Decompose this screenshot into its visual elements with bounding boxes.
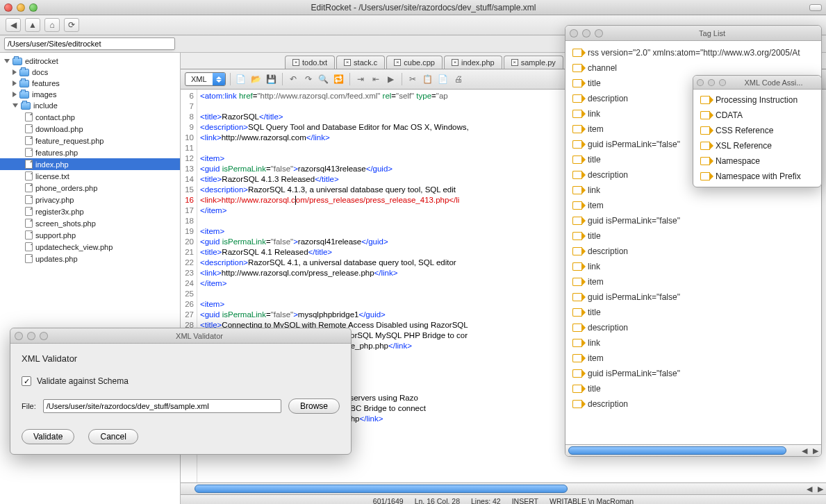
assist-item[interactable]: XSL Reference xyxy=(693,138,821,153)
tag-list-item[interactable]: title xyxy=(565,381,821,396)
assist-item[interactable]: CSS Reference xyxy=(693,123,821,138)
assist-item[interactable]: Processing Instruction xyxy=(693,92,821,108)
tag-list-item[interactable]: link xyxy=(565,335,821,351)
tree-file[interactable]: index.php xyxy=(0,158,180,170)
tree-folder[interactable]: include xyxy=(0,100,180,111)
save-icon[interactable]: 💾 xyxy=(265,73,278,85)
editor-tab[interactable]: ×index.php xyxy=(444,56,502,69)
validate-schema-checkbox[interactable]: ✓ xyxy=(22,376,31,386)
assist-item[interactable]: Namespace with Prefix xyxy=(693,169,821,184)
tree-file[interactable]: features.php xyxy=(0,146,180,158)
validate-button[interactable]: Validate xyxy=(22,429,74,444)
close-tab-icon[interactable]: × xyxy=(292,59,299,66)
panel-zoom-button[interactable] xyxy=(595,29,603,37)
run-icon[interactable]: ▶ xyxy=(385,73,397,85)
up-button[interactable]: ▲ xyxy=(25,18,40,32)
editor-tab[interactable]: ×sample.py xyxy=(504,56,563,69)
scroll-left-icon[interactable]: ◀ xyxy=(799,445,810,456)
scroll-left-icon[interactable]: ◀ xyxy=(804,483,815,494)
cut-icon[interactable]: ✂ xyxy=(406,73,419,85)
panel-horizontal-scrollbar[interactable]: ◀ ▶ xyxy=(565,444,821,456)
tag-list-item[interactable]: link xyxy=(565,259,821,274)
tag-list-item[interactable]: description xyxy=(565,320,821,335)
dialog-titlebar[interactable]: XML Validator xyxy=(10,328,351,344)
assist-close-button[interactable] xyxy=(697,79,704,86)
minimize-window-button[interactable] xyxy=(17,3,25,12)
tag-list-item[interactable]: item xyxy=(565,351,821,366)
scrollbar-thumb[interactable] xyxy=(568,446,786,455)
assist-item[interactable]: Namespace xyxy=(693,153,821,169)
editor-tab[interactable]: ×cube.cpp xyxy=(386,56,443,69)
home-button[interactable]: ⌂ xyxy=(44,18,60,32)
undo-icon[interactable]: ↶ xyxy=(287,73,299,85)
indent-icon[interactable]: ⇥ xyxy=(354,73,367,85)
browse-button[interactable]: Browse xyxy=(288,398,340,414)
dialog-zoom-button[interactable] xyxy=(40,332,48,340)
tree-file[interactable]: register3x.php xyxy=(0,205,180,217)
scroll-right-icon[interactable]: ▶ xyxy=(815,483,826,494)
toolbar-toggle-button[interactable] xyxy=(809,4,822,11)
editor-horizontal-scrollbar[interactable]: ◀ ▶ xyxy=(181,482,826,494)
copy-icon[interactable]: 📋 xyxy=(422,73,434,85)
tree-file[interactable]: feature_request.php xyxy=(0,135,180,146)
tree-folder[interactable]: images xyxy=(0,89,180,100)
panel-close-button[interactable] xyxy=(570,29,578,37)
tag-list-item[interactable]: item xyxy=(565,274,821,289)
assist-zoom-button[interactable] xyxy=(719,79,726,86)
new-file-icon[interactable]: 📄 xyxy=(235,73,247,85)
scrollbar-thumb[interactable] xyxy=(195,485,568,493)
tree-root[interactable]: editrocket xyxy=(0,56,180,67)
tag-list-item[interactable]: rss version="2.0" xmlns:atom="http://www… xyxy=(565,45,821,60)
scroll-right-icon[interactable]: ▶ xyxy=(810,445,821,456)
tree-file[interactable]: updates.php xyxy=(0,253,180,264)
assist-item[interactable]: CDATA xyxy=(693,108,821,123)
tree-folder[interactable]: features xyxy=(0,78,180,89)
print-icon[interactable]: 🖨 xyxy=(452,73,465,85)
language-selector[interactable]: XML xyxy=(185,72,226,86)
tree-file[interactable]: screen_shots.php xyxy=(0,217,180,229)
tag-list-item[interactable]: guid isPermaLink="false" xyxy=(565,289,821,305)
tag-list-item[interactable]: description xyxy=(565,244,821,259)
path-input[interactable] xyxy=(4,37,175,50)
replace-icon[interactable]: 🔁 xyxy=(333,73,345,85)
open-folder-icon[interactable]: 📂 xyxy=(250,73,263,85)
dialog-close-button[interactable] xyxy=(15,332,23,340)
tree-folder[interactable]: docs xyxy=(0,67,180,78)
assist-minimize-button[interactable] xyxy=(708,79,715,86)
close-tab-icon[interactable]: × xyxy=(344,59,351,66)
tree-file[interactable]: support.php xyxy=(0,229,180,241)
tag-list-item[interactable]: description xyxy=(565,396,821,412)
tree-file[interactable]: privacy.php xyxy=(0,194,180,205)
outdent-icon[interactable]: ⇤ xyxy=(370,73,382,85)
tree-file[interactable]: contact.php xyxy=(0,111,180,123)
close-tab-icon[interactable]: × xyxy=(511,59,518,66)
tag-list-item[interactable]: title xyxy=(565,228,821,244)
zoom-window-button[interactable] xyxy=(29,3,38,12)
assist-titlebar[interactable]: XML Code Assi... xyxy=(693,76,821,90)
editor-tab[interactable]: ×todo.txt xyxy=(285,56,335,69)
close-tab-icon[interactable]: × xyxy=(394,59,401,66)
close-tab-icon[interactable]: × xyxy=(452,59,459,66)
redo-icon[interactable]: ↷ xyxy=(302,73,315,85)
tree-file[interactable]: license.txt xyxy=(0,170,180,182)
editor-tab[interactable]: ×stack.c xyxy=(336,56,385,69)
tag-list-item[interactable]: title xyxy=(565,305,821,320)
tree-file[interactable]: phone_orders.php xyxy=(0,182,180,194)
tree-file[interactable]: updatecheck_view.php xyxy=(0,241,180,253)
find-icon[interactable]: 🔍 xyxy=(317,73,330,85)
tag-list-item[interactable]: item xyxy=(565,198,821,213)
dialog-minimize-button[interactable] xyxy=(27,332,35,340)
tree-file[interactable]: download.php xyxy=(0,123,180,135)
paste-icon[interactable]: 📄 xyxy=(437,73,449,85)
back-button[interactable]: ◀ xyxy=(6,18,21,32)
tag-list-item[interactable]: guid isPermaLink="false" xyxy=(565,213,821,228)
refresh-button[interactable]: ⟳ xyxy=(64,18,79,32)
panel-titlebar[interactable]: Tag List xyxy=(565,26,821,41)
panel-minimize-button[interactable] xyxy=(582,29,590,37)
file-path-input[interactable] xyxy=(43,399,281,413)
cancel-button[interactable]: Cancel xyxy=(88,429,138,444)
tag-list-item[interactable]: channel xyxy=(565,60,821,76)
close-window-button[interactable] xyxy=(4,3,13,12)
assist-item-list[interactable]: Processing InstructionCDATACSS Reference… xyxy=(693,90,821,187)
tag-list-item[interactable]: guid isPermaLink="false" xyxy=(565,366,821,381)
